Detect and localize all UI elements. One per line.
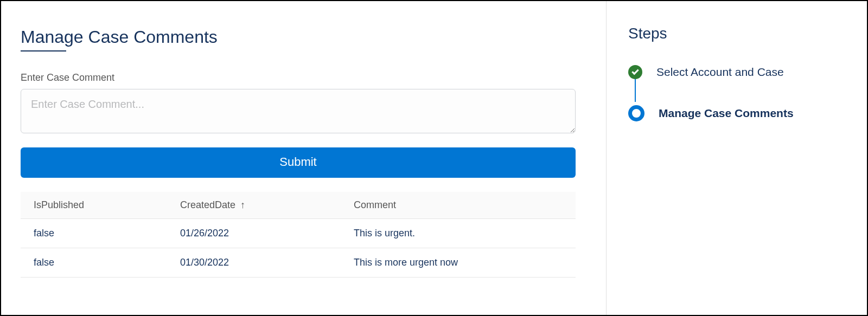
col-header-ispublished[interactable]: IsPublished [21,192,167,219]
table-row[interactable]: false 01/30/2022 This is more urgent now [21,248,576,278]
steps-heading: Steps [628,25,847,42]
table-row[interactable]: false 01/26/2022 This is urgent. [21,219,576,248]
page-title: Manage Case Comments [21,27,576,47]
step-current-icon [628,105,644,121]
main-panel: Manage Case Comments Enter Case Comment … [1,1,607,315]
step-select-account-and-case[interactable]: Select Account and Case [628,63,847,81]
col-header-comment[interactable]: Comment [341,192,576,219]
col-header-comment-label: Comment [354,199,396,210]
steps-list: Select Account and Case Manage Case Comm… [628,63,847,122]
step-connector [635,78,636,102]
title-underline [21,50,66,51]
app-window: Manage Case Comments Enter Case Comment … [0,0,868,316]
comments-table: IsPublished CreatedDate ↑ Comment false … [21,192,576,278]
table-header-row: IsPublished CreatedDate ↑ Comment [21,192,576,219]
step-label: Select Account and Case [656,66,784,79]
col-header-ispublished-label: IsPublished [34,199,84,210]
cell-createddate: 01/30/2022 [167,248,341,278]
col-header-createddate[interactable]: CreatedDate ↑ [167,192,341,219]
cell-comment: This is more urgent now [341,248,576,278]
cell-createddate: 01/26/2022 [167,219,341,248]
cell-ispublished: false [21,248,167,278]
step-label: Manage Case Comments [659,107,794,120]
cell-comment: This is urgent. [341,219,576,248]
step-complete-icon [628,65,642,79]
comment-field-label: Enter Case Comment [21,72,576,83]
step-manage-case-comments[interactable]: Manage Case Comments [628,104,847,122]
col-header-createddate-label: CreatedDate [180,199,235,210]
cell-ispublished: false [21,219,167,248]
submit-button[interactable]: Submit [21,147,576,178]
steps-sidebar: Steps Select Account and Case Manage Cas… [607,1,867,315]
check-icon [631,68,639,75]
arrow-up-icon: ↑ [240,199,245,211]
case-comment-input[interactable] [21,89,576,133]
